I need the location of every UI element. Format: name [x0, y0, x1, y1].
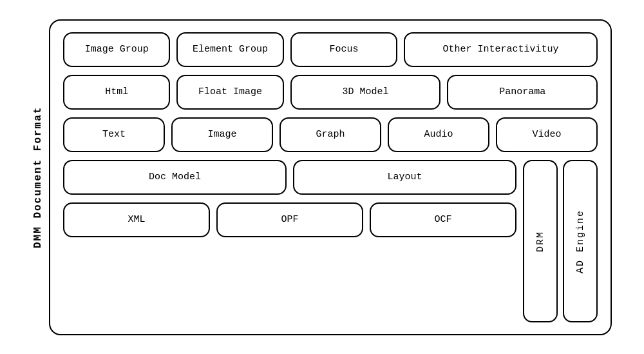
cell-drm: DRM	[523, 160, 558, 322]
cell-ocf: OCF	[370, 202, 516, 237]
cell-image-group: Image Group	[63, 32, 170, 67]
cell-doc-model: Doc Model	[63, 160, 287, 195]
diagram-wrapper: DMM Document Format Image Group Element …	[32, 19, 612, 335]
row-3: Text Image Graph Audio Video	[63, 117, 598, 152]
row-5: XML OPF OCF	[63, 202, 516, 237]
cell-element-group: Element Group	[176, 32, 283, 67]
cell-other-interactivity: Other Interactivituy	[404, 32, 598, 67]
row-4: Doc Model Layout	[63, 160, 516, 195]
row-2: Html Float Image 3D Model Panorama	[63, 75, 598, 110]
main-container: Image Group Element Group Focus Other In…	[49, 19, 612, 335]
cell-audio: Audio	[388, 117, 489, 152]
cell-panorama: Panorama	[447, 75, 598, 110]
cell-text: Text	[63, 117, 165, 152]
cell-xml: XML	[63, 202, 210, 237]
cell-html: Html	[63, 75, 170, 110]
cell-video: Video	[496, 117, 598, 152]
cell-ad-engine: AD Engine	[563, 160, 598, 322]
right-column: DRM AD Engine	[523, 160, 598, 322]
cell-opf: OPF	[216, 202, 363, 237]
side-label: DMM Document Format	[32, 19, 44, 335]
cell-focus: Focus	[290, 32, 397, 67]
cell-float-image: Float Image	[176, 75, 283, 110]
cell-image: Image	[171, 117, 273, 152]
cell-graph: Graph	[279, 117, 381, 152]
cell-3d-model: 3D Model	[290, 75, 441, 110]
cell-layout: Layout	[293, 160, 516, 195]
rows-4-5-left: Doc Model Layout XML OPF OCF	[63, 160, 516, 322]
row-1: Image Group Element Group Focus Other In…	[63, 32, 598, 67]
rows-4-5: Doc Model Layout XML OPF OCF DRM AD Engi…	[63, 160, 598, 322]
